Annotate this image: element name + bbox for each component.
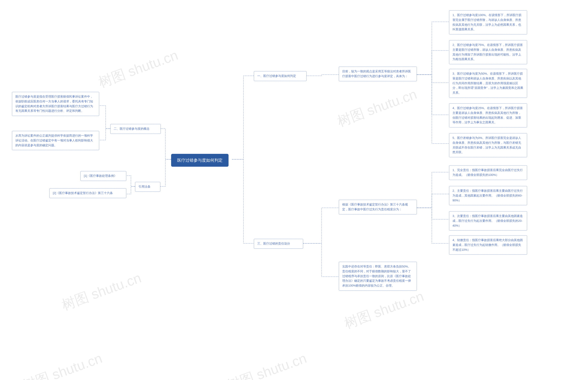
node-section1-label: 一、医疗过错参与度如何判定 — [257, 74, 296, 78]
node-section2-item-0: 医疗过错参与度是指在受理医疗损害赔偿民事诉讼案件中，依据职权或应医患任何一方当事… — [12, 92, 99, 116]
watermark: 树图 shutu.cn — [224, 349, 309, 380]
node-section2-label: 二、医疗过错参与度的概念 — [114, 127, 150, 131]
node-text: 目前，较为一致的观点是采用五等级法对患者所诉医疗损害中医疗过错行为进行参与度评定… — [342, 70, 411, 78]
node-section3-note: 实践中还存在对等责任：即医、患双方各负担50%。责任程度的不同，对于赔偿数额的影… — [339, 262, 417, 291]
node-section1-item-1: 2、医疗过错参与度75%。在该情形下，所诉医疗损害主要是医疗过错所致，就诊人自身… — [449, 40, 527, 64]
node-section3: 三、医疗过错的责任划分 — [254, 239, 303, 249]
root-node: 医疗过错参与度如何判定 — [171, 154, 229, 167]
node-section2-item-1: 从而为诉讼案件的公正裁判提供科学依据而进行的一项科学诉讼活动。在医疗过错鉴定中有… — [12, 131, 99, 150]
node-section1: 一、医疗过错参与度如何判定 — [254, 71, 307, 81]
node-text: 3、医疗过错参与度为50%。在该情形下，所诉医疗损害是医疗过错和就诊人自身体质、… — [452, 72, 523, 94]
node-section1-intro: 目前，较为一致的观点是采用五等级法对患者所诉医疗损害中医疗过错行为进行参与度评定… — [339, 67, 417, 81]
node-section3-label: 三、医疗过错的责任划分 — [257, 242, 290, 245]
node-citations-label: 引用法条 — [138, 185, 150, 188]
node-text: 1、医疗过错参与度100%。在该情形下，所诉医疗损害完全属于医疗过错所致，与就诊… — [452, 13, 521, 31]
node-text: [2]《医疗事故技术鉴定暂行办法》第三十六条 — [53, 191, 113, 195]
node-text: [1]《医疗事故处理条例》 — [84, 174, 117, 177]
node-text: 实践中还存在对等责任：即医、患双方各负担50%。责任程度的不同，对于赔偿数额的影… — [342, 265, 411, 287]
node-text: 4、医疗过错参与度25%。在该情形下，所诉医疗损害主要是就诊人自身体质、所患疾病… — [452, 106, 523, 124]
node-section3-item-0: 1、完全责任：指医疗事故损害后果完全由医疗过失行为造成。（赔偿全部损失的100%… — [449, 165, 527, 180]
node-section1-item-0: 1、医疗过错参与度100%。在该情形下，所诉医疗损害完全属于医疗过错所致，与就诊… — [449, 10, 527, 35]
node-section3-item-2: 3、次要责任：指医疗事故损害后果主要由其他因素造成，医疗过失行为起次要作用。（赔… — [449, 211, 527, 230]
node-section1-item-4: 5、医疗差错参与为0%。所诉医疗损害完全是就诊人自身体质、所患疾病及其他行为所致… — [449, 133, 527, 157]
watermark: 树图 shutu.cn — [96, 46, 180, 92]
watermark: 树图 shutu.cn — [20, 349, 105, 380]
node-text: 医疗过错参与度是指在受理医疗损害赔偿民事诉讼案件中，依据职权或应医患任何一方当事… — [15, 95, 93, 113]
node-text: 5、医疗差错参与为0%。所诉医疗损害完全是就诊人自身体质、所患疾病及其他行为所致… — [452, 136, 521, 154]
watermark: 树图 shutu.cn — [335, 85, 419, 131]
node-citations: 引用法条 — [135, 182, 160, 192]
node-section1-item-2: 3、医疗过错参与度为50%。在该情形下，所诉医疗损害是医疗过错和就诊人自身体质、… — [449, 69, 527, 98]
node-text: 2、医疗过错参与度75%。在该情形下，所诉医疗损害主要是医疗过错所致，就诊人自身… — [452, 43, 523, 61]
node-text: 从而为诉讼案件的公正裁判提供科学依据而进行的一项科学诉讼活动。在医疗过错鉴定中有… — [15, 134, 93, 147]
root-label: 医疗过错参与度如何判定 — [177, 158, 223, 163]
node-citation-1: [2]《医疗事故技术鉴定暂行办法》第三十六条 — [49, 188, 126, 198]
node-section1-item-3: 4、医疗过错参与度25%。在该情形下，所诉医疗损害主要是就诊人自身体质、所患疾病… — [449, 103, 527, 127]
node-section3-intro: 根据《医疗事故技术鉴定暂行办法》第三十六条规定，医疗事故中医疗过失行为责任程度分… — [339, 200, 417, 214]
node-text: 4、轻微责任：指医疗事故损害后果绝大部分由其他因素造成，医疗过失行为起轻微作用。… — [452, 238, 523, 251]
watermark: 树图 shutu.cn — [342, 287, 426, 333]
node-text: 2、主要责任：指医疗事故损害后果主要由医疗过失行为造成，其他因素起次要作用。（赔… — [452, 189, 523, 202]
node-section3-item-3: 4、轻微责任：指医疗事故损害后果绝大部分由其他因素造成，医疗过失行为起轻微作用。… — [449, 235, 527, 255]
node-section3-item-1: 2、主要责任：指医疗事故损害后果主要由医疗过失行为造成，其他因素起次要作用。（赔… — [449, 186, 527, 205]
node-citation-0: [1]《医疗事故处理条例》 — [80, 171, 126, 181]
node-text: 3、次要责任：指医疗事故损害后果主要由其他因素造成，医疗过失行为起次要作用。（赔… — [452, 214, 523, 227]
node-section2: 二、医疗过错参与度的概念 — [110, 124, 161, 134]
watermark: 树图 shutu.cn — [59, 269, 144, 315]
node-text: 根据《医疗事故技术鉴定暂行办法》第三十六条规定，医疗事故中医疗过失行为责任程度分… — [342, 203, 408, 211]
node-text: 1、完全责任：指医疗事故损害后果完全由医疗过失行为造成。（赔偿全部损失的100%… — [452, 168, 523, 177]
